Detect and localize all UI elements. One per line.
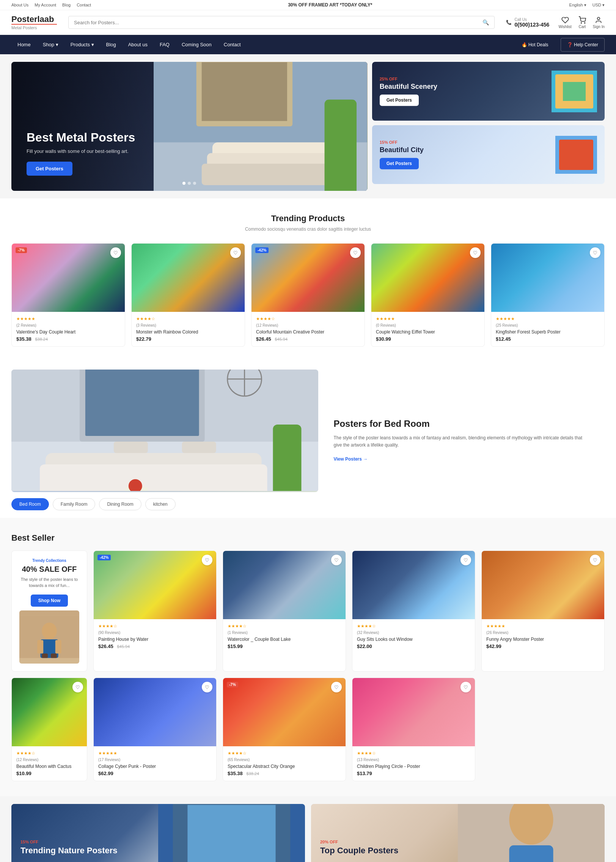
bestseller-product-6[interactable]: ♡ ★★★★★ (17 Reviews) Collage Cyber Punk … <box>93 678 217 781</box>
nav-products[interactable]: Products ▾ <box>64 35 100 54</box>
bestseller-product-1[interactable]: -42% ♡ ★★★★☆ (90 Reviews) Painting House… <box>93 551 217 672</box>
bottom-banner-1[interactable]: 15% OFF Trending Nature Posters <box>11 804 305 862</box>
bestseller-grid: Trendy Collections 40% SALE OFF The styl… <box>11 551 605 672</box>
phone-number: 0(500)123-456 <box>515 22 550 28</box>
trending-product-2[interactable]: ♡ ★★★★☆ (3 Reviews) Monster with Rainbow… <box>131 243 245 347</box>
nav-faq[interactable]: FAQ <box>154 35 176 54</box>
bs-product-5-wishlist[interactable]: ♡ <box>72 682 83 692</box>
product-5-price: $12.45 <box>496 336 511 342</box>
nav-about[interactable]: About us <box>122 35 154 54</box>
header-actions: 📞 Call Us 0(500)123-456 Wishlist Cart Si… <box>506 16 605 29</box>
bestseller-product-8[interactable]: ♡ ★★★★☆ (13 Reviews) Children Playing Ci… <box>352 678 475 781</box>
bestseller-product-5[interactable]: ♡ ★★★★☆ (12 Reviews) Beautiful Moon with… <box>11 678 87 781</box>
logo[interactable]: Posterlaab Metal Posters <box>11 15 57 30</box>
nav-contact[interactable]: Contact <box>218 35 247 54</box>
my-account-link[interactable]: My Account <box>35 3 56 7</box>
bs-product-7-price: $35.38 <box>228 771 243 776</box>
bs-product-7-info: ★★★★☆ (65 Reviews) Spectacular Abstract … <box>223 746 346 781</box>
promo-sub: The style of the poster leans to towards… <box>19 577 79 588</box>
room-image-wrapper: Bed Room Family Room Dining Room kitchen <box>11 370 318 510</box>
svg-point-0 <box>581 22 582 23</box>
bs-product-3-name: Guy Sits Looks out Window <box>357 637 470 642</box>
bestseller-product-4[interactable]: ♡ ★★★★★ (26 Reviews) Funny Angry Monster… <box>481 551 605 672</box>
room-view-link[interactable]: View Posters → <box>333 456 589 462</box>
room-image <box>11 370 318 492</box>
search-bar[interactable]: 🔍 <box>68 16 495 29</box>
svg-rect-34 <box>55 640 61 654</box>
hero-dot-3[interactable] <box>193 182 196 185</box>
product-5-info: ★★★★★ (25 Reviews) Kingfisher Forest Sup… <box>491 312 604 346</box>
nav-blog[interactable]: Blog <box>100 35 122 54</box>
bs-product-3-info: ★★★★☆ (32 Reviews) Guy Sits Looks out Wi… <box>352 619 475 654</box>
hot-deals-button[interactable]: 🔥 Hot Deals <box>515 38 555 52</box>
nav-home[interactable]: Home <box>11 35 37 54</box>
room-tab-family[interactable]: Family Room <box>53 498 96 510</box>
bs-product-1-badge: -42% <box>97 555 111 560</box>
bs-product-5-name: Beautiful Moon with Cactus <box>16 764 82 769</box>
bs-product-1-old-price: $45.94 <box>117 644 130 649</box>
room-description: The style of the poster leans towards a … <box>333 434 589 449</box>
svg-rect-23 <box>182 442 216 453</box>
hero-card-1-image <box>552 71 597 112</box>
wishlist-button[interactable]: Wishlist <box>558 16 571 29</box>
bottom-banner-1-text: 15% OFF Trending Nature Posters <box>20 840 118 856</box>
svg-rect-35 <box>42 654 48 658</box>
bs-product-5-price: $10.99 <box>16 771 31 776</box>
currency-selector[interactable]: USD ▾ <box>592 3 605 8</box>
signin-button[interactable]: Sign In <box>593 16 605 29</box>
bs-product-4-image <box>482 551 604 619</box>
bs-product-6-wishlist[interactable]: ♡ <box>202 682 212 692</box>
svg-rect-13 <box>563 82 586 101</box>
trending-product-4[interactable]: ♡ ★★★★★ (0 Reviews) Couple Watching Eiff… <box>371 243 485 347</box>
bestseller-product-3[interactable]: ♡ ★★★★☆ (32 Reviews) Guy Sits Looks out … <box>352 551 475 672</box>
trending-title: Trending Products <box>11 214 605 223</box>
product-1-name: Valentine's Day Couple Heart <box>16 329 120 335</box>
svg-rect-27 <box>273 425 302 491</box>
bestseller-product-2[interactable]: ♡ ★★★★☆ (1 Reviews) Watercolor _ Couple … <box>223 551 346 672</box>
hero-card-1-title: Beautiful Scenery <box>380 83 437 91</box>
blog-link[interactable]: Blog <box>62 3 71 7</box>
hero-dot-2[interactable] <box>188 182 191 185</box>
room-tab-bedroom[interactable]: Bed Room <box>11 498 49 510</box>
promo-shop-button[interactable]: Shop Now <box>31 595 68 607</box>
bs-product-1-name: Painting House by Water <box>98 637 212 642</box>
svg-rect-15 <box>559 140 593 170</box>
nav-coming-soon[interactable]: Coming Soon <box>176 35 218 54</box>
bs-product-5-reviews: (12 Reviews) <box>16 758 38 762</box>
hero-side-card-1[interactable]: 25% OFF Beautiful Scenery Get Posters <box>372 62 605 121</box>
bs-product-7-wishlist[interactable]: ♡ <box>331 682 342 692</box>
room-tab-dining[interactable]: Dining Room <box>99 498 141 510</box>
hero-cta-button[interactable]: Get Posters <box>27 162 72 176</box>
search-input[interactable] <box>74 20 479 25</box>
bs-product-2-stars: ★★★★☆ <box>228 624 341 629</box>
bs-product-2-info: ★★★★☆ (1 Reviews) Watercolor _ Couple Bo… <box>223 619 346 654</box>
bs-product-1-image <box>94 551 216 619</box>
bs-product-8-wishlist[interactable]: ♡ <box>460 682 471 692</box>
nav-shop[interactable]: Shop ▾ <box>37 35 64 54</box>
phone-icon: 📞 <box>506 20 512 25</box>
trending-product-3[interactable]: -42% ♡ ★★★★☆ (12 Reviews) Colorful Mount… <box>251 243 365 347</box>
search-icon[interactable]: 🔍 <box>482 19 489 25</box>
trending-product-1[interactable]: -7% ♡ ★★★★★ (2 Reviews) Valentine's Day … <box>11 243 125 347</box>
room-tab-kitchen[interactable]: kitchen <box>145 498 176 510</box>
cart-button[interactable]: Cart <box>578 16 586 29</box>
bestseller-product-7[interactable]: -7% ♡ ★★★★☆ (65 Reviews) Spectacular Abs… <box>223 678 346 781</box>
about-us-link[interactable]: About Us <box>11 3 28 7</box>
product-5-image <box>491 244 604 312</box>
product-1-image <box>12 244 125 312</box>
hero-card-1-cta[interactable]: Get Posters <box>380 95 419 106</box>
bs-product-1-reviews: (90 Reviews) <box>98 631 120 635</box>
trending-product-5[interactable]: ♡ ★★★★★ (25 Reviews) Kingfisher Forest S… <box>491 243 605 347</box>
help-center-button[interactable]: ❓ Help Center <box>561 38 605 52</box>
hero-card-2-cta[interactable]: Get Posters <box>380 158 419 170</box>
hero-side-card-2[interactable]: 15% OFF Beautiful City Get Posters <box>372 125 605 184</box>
language-selector[interactable]: English ▾ <box>569 3 586 8</box>
hero-dot-1[interactable] <box>182 182 185 185</box>
hero-card-2-badge: 15% OFF <box>380 140 424 145</box>
contact-link[interactable]: Contact <box>77 3 91 7</box>
product-1-badge: -7% <box>16 247 27 253</box>
hero-card-1-badge: 25% OFF <box>380 77 437 81</box>
bs-product-5-stars: ★★★★☆ <box>16 751 82 756</box>
product-3-name: Colorful Mountain Creative Poster <box>256 329 360 335</box>
bottom-banner-2[interactable]: 20% OFF Top Couple Posters <box>311 804 605 862</box>
